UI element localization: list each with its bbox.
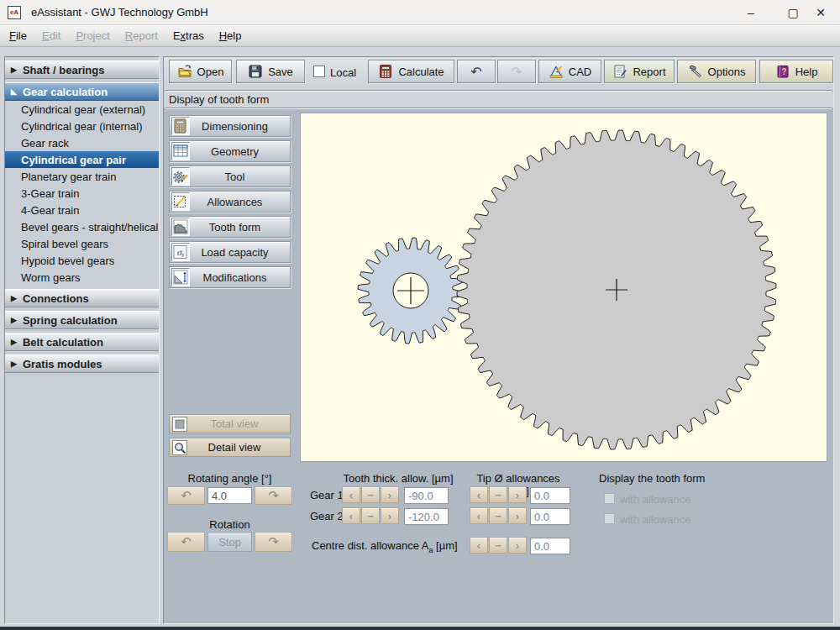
- with-allowance-checkbox-1[interactable]: [604, 493, 615, 504]
- with-allowance-checkbox-2[interactable]: [604, 513, 615, 524]
- sidebar-section-gratis-modules[interactable]: ▶Gratis modules: [5, 354, 159, 373]
- sidebar-item-cylindrical-gear-internal[interactable]: Cylindrical gear (internal): [5, 118, 159, 134]
- calculate-button[interactable]: Calculate: [368, 60, 454, 83]
- increase-icon: ›: [516, 489, 519, 501]
- minus-icon: −: [495, 489, 501, 501]
- menu-project[interactable]: Project: [68, 27, 117, 45]
- menu-report[interactable]: Report: [118, 27, 165, 45]
- sidebar-item-3-gear-train[interactable]: 3-Gear train: [5, 185, 159, 202]
- tool-button[interactable]: Tool: [169, 165, 291, 187]
- sidebar-item-worm-gears[interactable]: Worm gears: [5, 269, 159, 286]
- sidebar-section-shaft-bearings[interactable]: ▶Shaft / bearings: [5, 60, 159, 79]
- tip1-allowance-next-button[interactable]: ›: [508, 486, 527, 503]
- gear2-label: Gear 2: [310, 510, 344, 522]
- sidebar-section-label: Connections: [23, 292, 89, 305]
- options-button[interactable]: Options: [677, 60, 756, 83]
- gear1-allowance-input[interactable]: [404, 487, 449, 504]
- report-button[interactable]: Report: [604, 60, 675, 83]
- tool-button-label: Load capacity: [190, 246, 280, 259]
- undo-button[interactable]: ↶: [457, 60, 496, 83]
- gear2-allowance-next-button[interactable]: ›: [381, 507, 399, 524]
- tooth-form-canvas[interactable]: [300, 113, 827, 462]
- menu-extras[interactable]: Extras: [165, 27, 212, 45]
- redo-button[interactable]: ↷: [497, 60, 536, 83]
- rotation-stop-button[interactable]: Stop: [207, 532, 252, 552]
- tooth-form-button[interactable]: Tooth form: [169, 216, 291, 238]
- save-button[interactable]: Save: [236, 60, 305, 83]
- gear1-allowance-reset-button[interactable]: −: [361, 486, 380, 503]
- divider: [165, 108, 832, 109]
- sidebar-item-hypoid-bevel-gears[interactable]: Hypoid bevel gears: [5, 252, 159, 269]
- tip1-allowance-prev-button[interactable]: ‹: [470, 486, 488, 503]
- tip1-allowance-input[interactable]: [530, 487, 570, 504]
- help-button[interactable]: ? Help: [759, 60, 833, 83]
- detail-view-button[interactable]: Detail view: [169, 438, 291, 457]
- sidebar-item-spiral-bevel-gears[interactable]: Spiral bevel gears: [5, 235, 159, 252]
- magnifier-icon: [172, 440, 187, 455]
- cad-button[interactable]: CAD: [538, 60, 601, 83]
- tip2-allowance-next-button[interactable]: ›: [508, 507, 527, 524]
- minus-icon: −: [495, 539, 501, 552]
- gear2-allowance-input[interactable]: [404, 508, 449, 525]
- minus-icon: −: [367, 510, 374, 522]
- triangle-collapsed-icon: ▶: [11, 339, 17, 346]
- decrease-icon: ‹: [349, 510, 353, 522]
- menu-help[interactable]: Help: [212, 27, 249, 45]
- gear2-allowance-reset-button[interactable]: −: [361, 507, 380, 524]
- notepad-pencil-icon: [171, 192, 190, 211]
- sidebar-section-connections[interactable]: ▶Connections: [5, 289, 159, 307]
- sidebar-section-label: Spring calculation: [23, 314, 118, 327]
- minimize-button[interactable]: –: [732, 0, 769, 25]
- menu-file[interactable]: File: [2, 27, 34, 45]
- sidebar-item-cylindrical-gear-external[interactable]: Cylindrical gear (external): [5, 101, 159, 118]
- allowances-button[interactable]: Allowances: [169, 191, 291, 213]
- gear1-allowance-prev-button[interactable]: ‹: [342, 486, 360, 503]
- tool-button-label: Modifications: [190, 271, 280, 284]
- tool-button-label: Dimensioning: [190, 120, 280, 133]
- minus-icon: −: [367, 489, 374, 501]
- rotation-cw-button[interactable]: ↷: [255, 532, 292, 552]
- svg-text:?: ?: [781, 67, 786, 76]
- open-button[interactable]: Open: [169, 60, 232, 83]
- tip2-allowance-input[interactable]: [530, 508, 570, 525]
- gear1-allowance-next-button[interactable]: ›: [381, 486, 399, 503]
- sidebar-item-4-gear-train[interactable]: 4-Gear train: [5, 202, 159, 218]
- tool-button-label: Allowances: [190, 196, 280, 208]
- gear2-allowance-prev-button[interactable]: ‹: [342, 507, 360, 524]
- gear-tool-icon: [171, 167, 190, 186]
- local-label: Local: [330, 66, 356, 79]
- tip2-allowance-reset-button[interactable]: −: [489, 507, 507, 524]
- sidebar-item-bevel-gears-straight-helical[interactable]: Bevel gears - straight/helical: [5, 218, 159, 235]
- centre-dist-reset-button[interactable]: −: [489, 537, 507, 554]
- centre-dist-label: Centre dist. allowance Aa [µm]: [312, 539, 458, 554]
- rotate-ccw-button[interactable]: ↶: [167, 486, 205, 505]
- sidebar-item-planetary-gear-train[interactable]: Planetary gear train: [5, 168, 159, 185]
- sidebar-section-spring-calculation[interactable]: ▶Spring calculation: [5, 311, 159, 329]
- sidebar-section-gear-calculation[interactable]: ◣Gear calculation: [5, 82, 159, 101]
- rotation-ccw-button[interactable]: ↶: [167, 532, 205, 552]
- menu-edit[interactable]: Edit: [34, 27, 68, 45]
- centre-dist-next-button[interactable]: ›: [508, 537, 527, 554]
- rotate-cw-button[interactable]: ↷: [255, 486, 292, 505]
- rotating-angle-label: Rotating angle [°]: [167, 472, 292, 485]
- sidebar-section-belt-calculation[interactable]: ▶Belt calculation: [5, 333, 159, 351]
- rotating-angle-input[interactable]: [207, 487, 252, 504]
- load-capacity-button[interactable]: σxLoad capacity: [169, 241, 291, 263]
- decrease-icon: ‹: [477, 510, 480, 522]
- tool-button-label: Tool: [190, 171, 280, 183]
- local-checkbox[interactable]: [313, 66, 325, 77]
- with-allowance-label-1: with allowance: [620, 493, 691, 506]
- modifications-button[interactable]: Modifications: [169, 266, 291, 288]
- display-tooth-form-label: Display the tooth form: [599, 472, 705, 485]
- tool-button-label: Geometry: [190, 145, 280, 158]
- geometry-button[interactable]: Geometry: [169, 140, 291, 162]
- tip2-allowance-prev-button[interactable]: ‹: [470, 507, 488, 524]
- tip1-allowance-reset-button[interactable]: −: [489, 486, 507, 503]
- tool-button-label: Tooth form: [190, 221, 280, 234]
- centre-dist-prev-button[interactable]: ‹: [470, 537, 488, 554]
- sidebar-item-cylindrical-gear-pair[interactable]: Cylindrical gear pair: [5, 151, 159, 168]
- centre-dist-input[interactable]: [530, 538, 570, 554]
- close-button[interactable]: ✕: [802, 0, 839, 25]
- dimensioning-button[interactable]: Dimensioning: [169, 115, 291, 137]
- sidebar-item-gear-rack[interactable]: Gear rack: [5, 134, 159, 151]
